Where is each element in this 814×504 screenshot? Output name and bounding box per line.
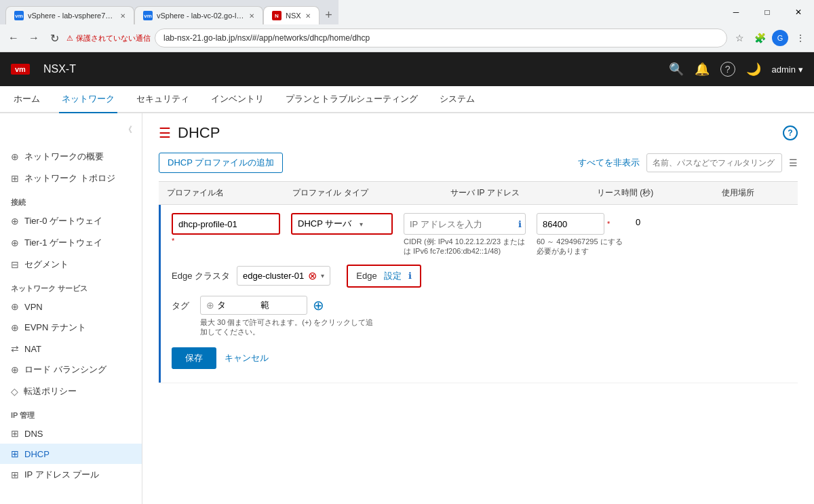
sidebar-item-segment[interactable]: ⊟ セグメント (0, 254, 142, 275)
table-row: * DHCP サーバ ▾ (159, 205, 798, 383)
sidebar-item-dns[interactable]: ⊞ DNS (0, 423, 142, 444)
tab-close-1[interactable]: ✕ (120, 12, 125, 20)
sidebar-item-tier1[interactable]: ⊕ Tier-1 ゲートウェイ (0, 232, 142, 254)
profile-avatar[interactable]: G (772, 30, 788, 46)
server-ip-input[interactable] (404, 213, 526, 235)
ip-section-title: IP 管理 (0, 408, 142, 423)
add-dhcp-profile-button[interactable]: DHCP プロファイルの追加 (159, 153, 283, 173)
table-toolbar: DHCP プロファイルの追加 すべてを非表示 ☰ (159, 153, 798, 173)
sidebar-item-forwarding[interactable]: ◇ 転送ポリシー (0, 381, 142, 402)
form-row-1: * DHCP サーバ ▾ (172, 213, 787, 256)
tag-name-input[interactable] (217, 300, 258, 310)
help-icon[interactable]: ? (720, 62, 735, 77)
tag-scope-input[interactable] (260, 300, 301, 310)
nav-home[interactable]: ホーム (11, 86, 43, 113)
tab-add-button[interactable]: + (319, 5, 338, 24)
edge-cluster-clear-icon[interactable]: ⊗ (308, 269, 317, 282)
page-title: DHCP (178, 124, 220, 142)
nav-inventory[interactable]: インベントリ (208, 86, 267, 113)
nav-system[interactable]: システム (437, 86, 478, 113)
page-help-button[interactable]: ? (783, 125, 798, 140)
server-ip-input-row: ℹ (404, 213, 526, 235)
sidebar-item-ip-pool[interactable]: ⊞ IP アドレス プール (0, 464, 142, 486)
sidebar-label-nat: NAT (24, 344, 41, 354)
lb-icon: ⊕ (11, 364, 19, 375)
warning-text: 保護されていない通信 (76, 33, 151, 43)
lease-time-input[interactable] (537, 213, 604, 235)
tab-nsx[interactable]: N NSX ✕ (263, 6, 319, 24)
profile-type-select[interactable]: DHCP サーバ ▾ (291, 213, 393, 235)
sidebar-item-topology[interactable]: ⊞ ネットワーク トポロジ (0, 168, 142, 189)
col-profile-name: プロファイル名 (159, 182, 284, 205)
close-button[interactable]: ✕ (783, 1, 814, 23)
hide-all-button[interactable]: すべてを非表示 (578, 157, 640, 169)
filter-input[interactable] (646, 153, 782, 172)
tag-add-icon[interactable]: ⊕ (313, 297, 324, 313)
nav-plans[interactable]: プランとトラブルシューティング (283, 86, 421, 113)
nav-security[interactable]: セキュリティ (134, 86, 192, 113)
col-lease-time: リース時間 (秒) (589, 182, 714, 205)
tab-label-2: vSphere - lab-vc-02.go-lab.jp - U... (157, 12, 245, 20)
bell-icon[interactable]: 🔔 (695, 62, 710, 77)
bookmark-icon[interactable]: ☆ (731, 30, 748, 46)
tab-favicon-2: vm (143, 11, 153, 20)
form-row-3: タグ ⊕ ⊕ (172, 296, 787, 337)
segment-icon: ⊟ (11, 259, 19, 270)
main-nav: ホーム ネットワーク セキュリティ インベントリ プランとトラブルシューティング… (0, 86, 814, 113)
page-header: ☰ DHCP ? (159, 124, 798, 142)
sidebar-item-evpn[interactable]: ⊕ EVPN テナント (0, 317, 142, 338)
search-icon[interactable]: 🔍 (669, 62, 684, 77)
forward-button[interactable]: → (26, 30, 42, 46)
browser-chrome: vm vSphere - lab-vsphere70-02-nsx... ✕ v… (0, 0, 814, 52)
lease-required: * (607, 220, 610, 228)
cancel-button[interactable]: キャンセル (225, 347, 269, 369)
tab-vsphere2[interactable]: vm vSphere - lab-vc-02.go-lab.jp - U... … (134, 6, 263, 24)
edge-node-link[interactable]: 設定 (384, 270, 402, 282)
dark-mode-icon[interactable]: 🌙 (746, 62, 761, 77)
admin-chevron: ▾ (798, 64, 803, 75)
sidebar-label-forwarding: 転送ポリシー (24, 385, 77, 398)
server-ip-info-icon[interactable]: ℹ (518, 219, 522, 229)
col-usage: 使用場所 (714, 182, 798, 205)
sidebar-item-nat[interactable]: ⇄ NAT (0, 338, 142, 359)
sidebar-item-tier0[interactable]: ⊕ Tier-0 ゲートウェイ (0, 210, 142, 232)
action-buttons: 保存 キャンセル (172, 347, 787, 374)
header-actions: 🔍 🔔 ? 🌙 admin ▾ (669, 62, 803, 77)
sidebar-item-vpn[interactable]: ⊕ VPN (0, 296, 142, 317)
tab-vsphere1[interactable]: vm vSphere - lab-vsphere70-02-nsx... ✕ (5, 6, 134, 24)
extensions-icon[interactable]: 🧩 (752, 30, 768, 46)
profile-name-input[interactable] (172, 213, 280, 235)
maximize-button[interactable]: □ (752, 1, 783, 23)
edge-node-section: Edge 設定 ℹ (347, 265, 421, 288)
tab-close-3[interactable]: ✕ (305, 12, 311, 20)
tag-search-icon: ⊕ (206, 300, 214, 311)
minimize-button[interactable]: ─ (720, 1, 752, 23)
nav-network[interactable]: ネットワーク (59, 86, 117, 113)
tag-input-wrapper: ⊕ (200, 296, 307, 315)
save-button[interactable]: 保存 (172, 347, 216, 369)
sidebar-section-ip: IP 管理 ⊞ DNS ⊞ DHCP ⊞ IP アドレス プール (0, 408, 142, 486)
reload-button[interactable]: ↻ (46, 30, 62, 46)
tab-favicon-3: N (272, 11, 282, 20)
sidebar-item-dhcp[interactable]: ⊞ DHCP (0, 444, 142, 464)
sidebar-item-network-overview[interactable]: ⊕ ネットワークの概要 (0, 146, 142, 168)
page-title-row: ☰ DHCP (159, 124, 220, 142)
edge-cluster-value-wrapper[interactable]: edge-cluster-01 ⊗ ▾ (237, 266, 330, 286)
server-ip-field-wrapper: ℹ CIDR (例: IPv4 10.22.12.2/23 または は IPv6… (404, 213, 526, 256)
menu-icon[interactable]: ⋮ (792, 30, 809, 46)
topology-icon: ⊞ (11, 173, 19, 184)
sidebar-item-lb[interactable]: ⊕ ロード バランシング (0, 359, 142, 381)
url-input[interactable] (155, 28, 727, 47)
collapse-sidebar-button[interactable]: 《 (120, 121, 136, 138)
edge-node-info-icon[interactable]: ℹ (408, 271, 412, 281)
sidebar-label-lb: ロード バランシング (24, 364, 106, 376)
admin-menu[interactable]: admin ▾ (772, 64, 803, 75)
security-warning: ⚠ 保護されていない通信 (66, 33, 151, 43)
vpn-icon: ⊕ (11, 301, 19, 312)
sidebar-section-overview: ⊕ ネットワークの概要 ⊞ ネットワーク トポロジ (0, 146, 142, 189)
dns-icon: ⊞ (11, 428, 19, 439)
form-content: * DHCP サーバ ▾ (161, 205, 798, 383)
tab-close-2[interactable]: ✕ (249, 12, 254, 20)
back-button[interactable]: ← (5, 30, 22, 46)
edge-cluster-dropdown[interactable]: ▾ (321, 272, 324, 279)
